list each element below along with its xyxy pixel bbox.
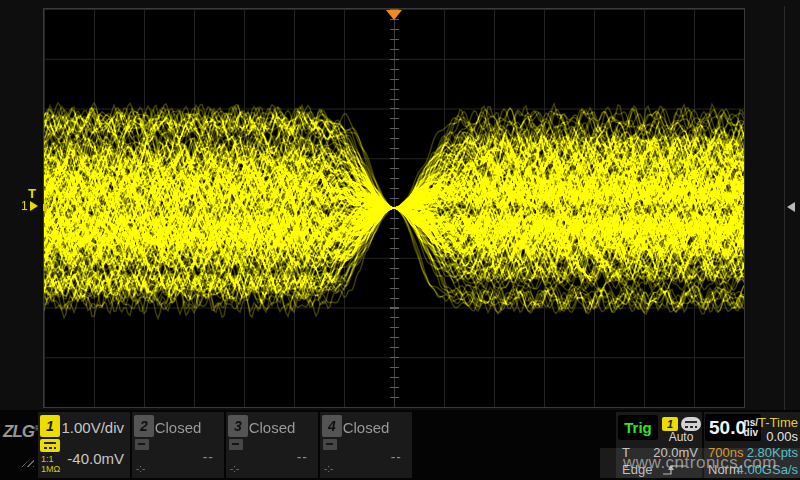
trigger-position-marker[interactable] — [386, 10, 402, 20]
right-edge-separator — [784, 6, 785, 410]
right-arrow-icon — [30, 201, 38, 211]
channel3-state: Closed — [226, 419, 318, 436]
eye-diagram-canvas — [44, 9, 744, 407]
watermark: www.cntronics.com — [600, 448, 800, 478]
input-impedance: 1MΩ — [41, 464, 60, 474]
minus-icon — [229, 439, 243, 450]
t-time-label: T-Time — [758, 415, 798, 430]
channel1-level-marker[interactable]: 1 — [21, 200, 38, 212]
channel2-box[interactable]: 2 Closed -- -:- — [132, 412, 224, 478]
brand-text: ZLG — [3, 422, 34, 441]
timebase-scale: 50.0 — [709, 417, 746, 439]
resize-hatch-icon — [21, 456, 34, 467]
trigger-level-marker[interactable] — [787, 202, 795, 212]
timebase-unit-line2: div — [744, 427, 758, 438]
trigger-source: 1 — [667, 418, 673, 430]
t-time-value: 0.00s — [766, 429, 798, 444]
channel3-aux: -:- — [230, 463, 239, 474]
channel4-offset: -- — [391, 449, 402, 465]
dc-symbol — [685, 421, 697, 428]
trig-button[interactable]: Trig — [618, 415, 658, 440]
channel1-number: 1 — [46, 418, 54, 434]
trigger-level-label: T — [28, 186, 36, 201]
channel2-offset: -- — [203, 449, 214, 465]
channel2-state: Closed — [132, 419, 224, 436]
channel1-offset: -40.0mV — [67, 450, 124, 467]
timebase-unit: ns/ div — [744, 418, 758, 438]
channel3-box[interactable]: 3 Closed -- -:- — [226, 412, 318, 478]
minus-icon — [323, 439, 337, 450]
channel1-marker-label: 1 — [21, 200, 28, 212]
watermark-text: www.cntronics.com — [623, 453, 777, 473]
channel1-badge[interactable]: 1 — [40, 415, 60, 437]
zlg-logo: ZLG® — [3, 422, 37, 476]
probe-ratio: 1:1 — [41, 454, 60, 464]
trig-label: Trig — [624, 419, 652, 436]
channel4-state: Closed — [320, 419, 412, 436]
probe-info: 1:1 1MΩ — [41, 454, 60, 474]
trigger-source-badge[interactable]: 1 — [662, 417, 678, 431]
channel2-aux: -:- — [136, 463, 145, 474]
minus-icon — [135, 439, 149, 450]
timebase-scale-box[interactable]: 50.0 ns/ div — [705, 414, 761, 441]
channel1-box[interactable]: 1 1:1 1MΩ 1.00V/div -40.0mV — [38, 412, 130, 478]
channel1-scale: 1.00V/div — [61, 419, 124, 436]
channel1-ground-tick — [43, 204, 47, 211]
dc-symbol — [44, 442, 56, 449]
channel4-aux: -:- — [324, 463, 333, 474]
trigger-coupling-icon — [681, 417, 701, 431]
channel4-box[interactable]: 4 Closed -- -:- — [320, 412, 412, 478]
channel3-offset: -- — [297, 449, 308, 465]
waveform-display: T 1 — [0, 0, 800, 410]
oscilloscope-screen: T 1 ZLG® 1 1:1 1MΩ 1.00V/div -40.0mV 2 — [0, 0, 800, 480]
dc-coupling-icon — [40, 439, 60, 452]
trigger-sweep-mode: Auto — [660, 430, 702, 444]
